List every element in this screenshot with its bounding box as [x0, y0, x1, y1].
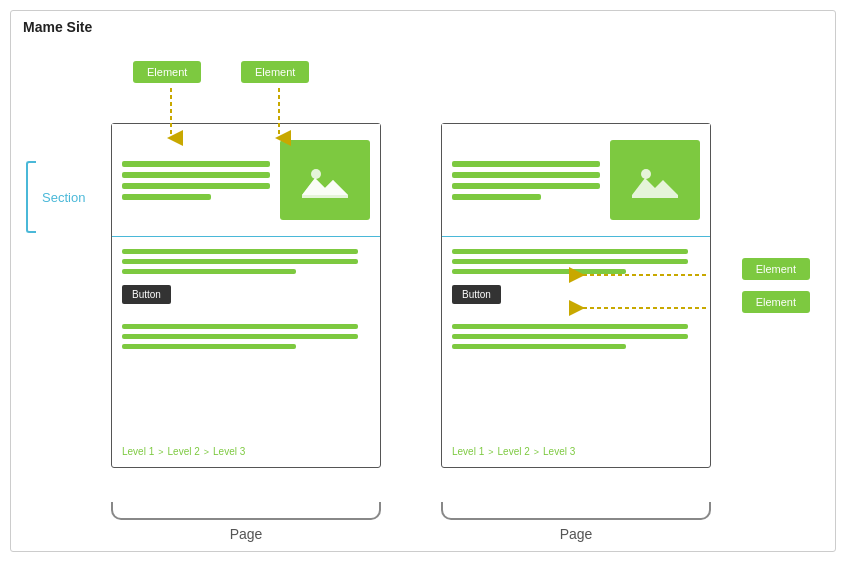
page1-bracket: [111, 502, 381, 520]
p2-image-icon: [630, 160, 680, 200]
p2-text-line-4: [452, 194, 541, 200]
svg-marker-3: [632, 178, 678, 198]
page1-button[interactable]: Button: [122, 285, 171, 304]
p2-content-line-1: [452, 249, 688, 254]
svg-marker-1: [302, 178, 348, 198]
element-badge-top-right: Element: [241, 61, 309, 83]
svg-point-0: [311, 169, 321, 179]
more-line-3: [122, 344, 296, 349]
svg-point-2: [641, 169, 651, 179]
text-line-2: [122, 172, 270, 178]
p2-more-line-2: [452, 334, 688, 339]
page1-more-lines: [122, 324, 370, 349]
page2-more-lines: [452, 324, 700, 349]
element-badge-top-left: Element: [133, 61, 201, 83]
more-line-2: [122, 334, 358, 339]
page1-label: Page: [111, 526, 381, 542]
page1-content: Button: [112, 237, 380, 361]
page-title: Mame Site: [11, 11, 835, 43]
page2-content-lines: [452, 249, 700, 274]
content-line-1: [122, 249, 358, 254]
page2-breadcrumb: Level 1 > Level 2 > Level 3: [452, 446, 575, 457]
page2-text-lines: [452, 161, 600, 200]
page2-wireframe: Button Level 1 > Level 2 > Level 3: [441, 123, 711, 468]
content-line-3: [122, 269, 296, 274]
text-line-4: [122, 194, 211, 200]
section-label-container: Section: [26, 161, 85, 233]
text-line-1: [122, 161, 270, 167]
p2-content-line-3: [452, 269, 626, 274]
element-badge-right-top: Element: [742, 258, 810, 280]
page2-label: Page: [441, 526, 711, 542]
p2-more-line-1: [452, 324, 688, 329]
section-bracket: [26, 161, 36, 233]
p2-more-line-3: [452, 344, 626, 349]
section-text: Section: [42, 190, 85, 205]
page1-image: [280, 140, 370, 220]
text-line-3: [122, 183, 270, 189]
page1-text-lines: [122, 161, 270, 200]
element-badge-right-bottom: Element: [742, 291, 810, 313]
page1-hero: [112, 124, 380, 237]
page2-button[interactable]: Button: [452, 285, 501, 304]
more-line-1: [122, 324, 358, 329]
page1-content-lines: [122, 249, 370, 274]
content-line-2: [122, 259, 358, 264]
page2-content: Button: [442, 237, 710, 361]
p2-text-line-2: [452, 172, 600, 178]
image-icon: [300, 160, 350, 200]
p2-text-line-1: [452, 161, 600, 167]
p2-text-line-3: [452, 183, 600, 189]
content-area: Element Element Element Element Section: [11, 43, 835, 548]
page2-hero: [442, 124, 710, 237]
page1-breadcrumb: Level 1 > Level 2 > Level 3: [122, 446, 245, 457]
page2-bracket: [441, 502, 711, 520]
main-container: Mame Site Element Element Element Elemen…: [10, 10, 836, 552]
page1-wireframe: Button Level 1 > Level 2 > Level 3: [111, 123, 381, 468]
p2-content-line-2: [452, 259, 688, 264]
page2-image: [610, 140, 700, 220]
